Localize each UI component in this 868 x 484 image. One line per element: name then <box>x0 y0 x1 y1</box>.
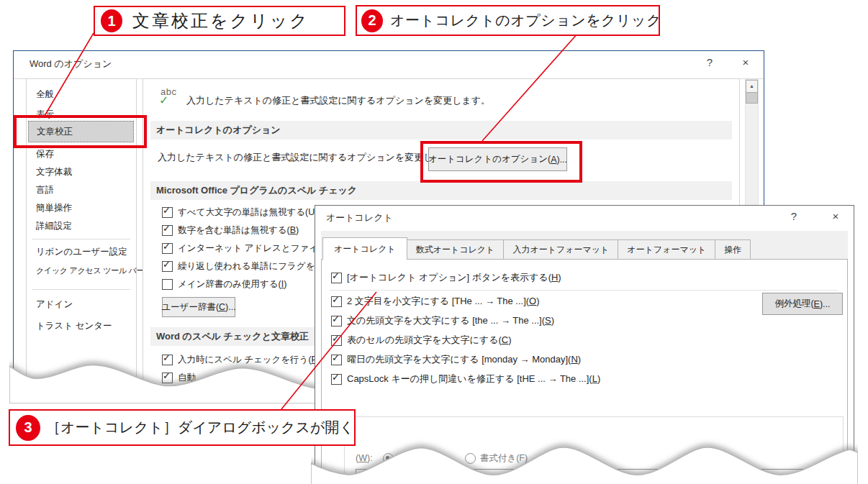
checkbox-check-spelling-as-you-type[interactable]: ✓ 入力時にスペル チェックを行う(P) <box>162 352 320 367</box>
sidebar-item-general[interactable]: 全般 <box>36 85 131 104</box>
callout-step3: 3 ［オートコレクト］ダイアログボックスが開く <box>9 409 356 446</box>
close-icon[interactable]: × <box>825 209 846 224</box>
sidebar-item-quick-access[interactable]: クイック アクセス ツール バー <box>36 261 131 280</box>
tab-autocorrect[interactable]: オートコレクト <box>322 237 407 260</box>
highlight-box-autocorrect-button <box>420 141 582 183</box>
checkbox-main-dictionary-only[interactable]: メイン辞書のみ使用する(I) <box>162 277 286 291</box>
step2-label: オートコレクトのオプションをクリック <box>390 11 661 30</box>
check-glyph: ✓ <box>332 372 340 383</box>
checkbox-icon: ✓ <box>162 207 173 218</box>
check-glyph: ✓ <box>163 223 171 234</box>
tab-bar: オートコレクト 数式オートコレクト 入力オートフォーマット オートフォーマット … <box>322 237 750 260</box>
checkbox-capitalize-first-letter-sentence[interactable]: ✓ 文の先頭文字を大文字にする [the ... → The ...](S) <box>331 314 554 328</box>
replace-text-input[interactable] <box>356 469 844 484</box>
sidebar-item-ribbon[interactable]: リボンのユーザー設定 <box>36 242 131 261</box>
word-options-title: Word のオプション <box>30 58 112 70</box>
step3-label: ［オートコレクト］ダイアログボックスが開く <box>46 418 354 437</box>
help-icon[interactable]: ? <box>699 55 720 70</box>
check-glyph: ✓ <box>332 270 340 281</box>
checkbox-label: CapsLock キーの押し間違いを修正する [tHE ... → The ..… <box>347 373 600 385</box>
check-glyph: ✓ <box>332 294 340 305</box>
checkbox-flag-repeated-words[interactable]: ✓ 繰り返し使われる単語にフラグを付 <box>162 259 324 273</box>
sidebar-item-language[interactable]: 言語 <box>36 181 131 199</box>
checkbox-label: 2 文字目を小文字にする [THe ... → The ...](O) <box>347 295 540 308</box>
checkbox-icon: ✓ <box>162 373 173 383</box>
step1-number-badge: 1 <box>101 9 122 32</box>
checkbox-show-autocorrect-buttons[interactable]: ✓ [オートコレクト オプション] ボタンを表示する(H) <box>331 270 561 285</box>
checkbox-icon: ✓ <box>162 355 173 365</box>
check-glyph: ✓ <box>163 241 171 252</box>
check-glyph: ✓ <box>163 205 171 216</box>
abc-check-icon: ✓ <box>159 93 168 107</box>
tab-autoformat[interactable]: オートフォーマット <box>618 239 715 260</box>
replace-with-label-fragment: (W): <box>356 453 373 463</box>
proofing-intro-text: 入力したテキストの修正と書式設定に関するオプションを変更します。 <box>186 94 490 107</box>
radio-formatted-text[interactable] <box>465 453 476 464</box>
tab-actions[interactable]: 操作 <box>715 239 751 260</box>
scrollbar-thumb[interactable] <box>746 92 758 104</box>
option-divider <box>330 290 838 291</box>
section-header-autocorrect-options: オートコレクトのオプション <box>150 121 732 140</box>
exceptions-button[interactable]: 例外処理(E)... <box>762 293 843 315</box>
checkbox-label: [オートコレクト オプション] ボタンを表示する(H) <box>347 271 561 284</box>
checkbox-ignore-uppercase[interactable]: ✓ すべて大文字の単語は無視する(U <box>162 205 315 219</box>
checkbox-correct-caps-lock[interactable]: ✓ CapsLock キーの押し間違いを修正する [tHE ... → The … <box>331 372 600 386</box>
checkbox-auto[interactable]: ✓ 自動 <box>162 370 196 385</box>
callout-step2: 2 オートコレクトのオプションをクリック <box>356 5 660 36</box>
check-glyph: ✓ <box>163 352 171 363</box>
help-icon[interactable]: ? <box>783 209 805 224</box>
callout-step1: 1 文章校正をクリック <box>94 6 345 36</box>
checkbox-icon: ✓ <box>331 316 342 327</box>
checkbox-icon: ✓ <box>162 243 173 254</box>
checkbox-label: 数字を含む単語は無視する(B) <box>178 224 299 237</box>
tab-autoformat-as-you-type[interactable]: 入力オートフォーマット <box>503 239 618 260</box>
sidebar-item-addins[interactable]: アドイン <box>36 295 131 314</box>
step2-number-badge: 2 <box>361 9 383 32</box>
sidebar-item-trust-center[interactable]: トラスト センター <box>36 316 131 335</box>
autocorrect-title: オートコレクト <box>326 211 393 224</box>
checkbox-label: 表のセルの先頭文字を大文字にする(C) <box>347 334 512 347</box>
checkbox-icon: ✓ <box>331 335 342 346</box>
check-glyph: ✓ <box>332 314 340 324</box>
sidebar-divider <box>32 289 130 290</box>
sidebar-item-accessibility[interactable]: 簡単操作 <box>36 198 131 217</box>
check-glyph: ✓ <box>332 352 340 363</box>
autocorrect-dialog: オートコレクト ? × オートコレクト 数式オートコレクト 入力オートフォーマッ… <box>315 205 854 480</box>
check-glyph: ✓ <box>163 370 171 381</box>
checkbox-label: 入力時にスペル チェックを行う(P) <box>178 354 320 366</box>
scroll-up-icon[interactable]: ▲ <box>746 80 758 93</box>
checkbox-label: 文の先頭文字を大文字にする [the ... → The ...](S) <box>347 314 554 327</box>
radio-plain-text-label: 書式なし(P) <box>398 452 446 465</box>
sidebar-divider <box>32 239 130 239</box>
check-glyph: ✓ <box>163 259 171 270</box>
screenshot-canvas: Word のオプション ? × 全般 表示 文章校正 保存 文字体裁 言語 簡単… <box>0 0 868 484</box>
check-glyph: ✓ <box>332 333 340 344</box>
radio-plain-text[interactable] <box>383 453 394 464</box>
replace-with-row: (W): 書式なし(P) 書式付き(F) <box>356 451 528 465</box>
checkbox-correct-two-initial-capitals[interactable]: ✓ 2 文字目を小文字にする [THe ... → The ...](O) <box>331 294 540 309</box>
step3-number-badge: 3 <box>16 415 40 441</box>
checkbox-label: 繰り返し使われる単語にフラグを付 <box>178 260 324 273</box>
tab-math-autocorrect[interactable]: 数式オートコレクト <box>407 239 505 260</box>
highlight-box-proofing <box>14 115 147 148</box>
custom-dictionaries-button[interactable]: ユーザー辞書(C)... <box>162 297 235 317</box>
section-header-office-spellcheck: Microsoft Office プログラムのスペル チェック <box>150 181 732 200</box>
radio-formatted-text-label: 書式付き(F) <box>480 452 528 465</box>
checkbox-capitalize-days[interactable]: ✓ 曜日の先頭文字を大文字にする [monday → Monday](N) <box>331 352 581 367</box>
checkbox-icon: ✓ <box>162 225 173 236</box>
checkbox-label: メイン辞書のみ使用する(I) <box>178 278 286 291</box>
checkbox-icon: ✓ <box>331 355 342 365</box>
checkbox-icon <box>162 279 173 290</box>
autocorrect-section-description: 入力したテキストの修正と書式設定に関するオプションを変更します。 <box>158 151 461 164</box>
checkbox-icon: ✓ <box>331 374 342 385</box>
checkbox-label: すべて大文字の単語は無視する(U <box>178 206 315 219</box>
checkbox-ignore-numbers[interactable]: ✓ 数字を含む単語は無視する(B) <box>162 223 299 237</box>
sidebar-item-typography[interactable]: 文字体裁 <box>36 163 131 181</box>
sidebar-item-advanced[interactable]: 詳細設定 <box>36 216 131 235</box>
checkbox-icon: ✓ <box>331 273 342 283</box>
step1-label: 文章校正をクリック <box>132 9 309 32</box>
checkbox-icon: ✓ <box>162 261 173 272</box>
checkbox-capitalize-table-cells[interactable]: ✓ 表のセルの先頭文字を大文字にする(C) <box>331 333 512 347</box>
close-icon[interactable]: × <box>735 55 756 70</box>
checkbox-label: 自動 <box>178 372 196 384</box>
